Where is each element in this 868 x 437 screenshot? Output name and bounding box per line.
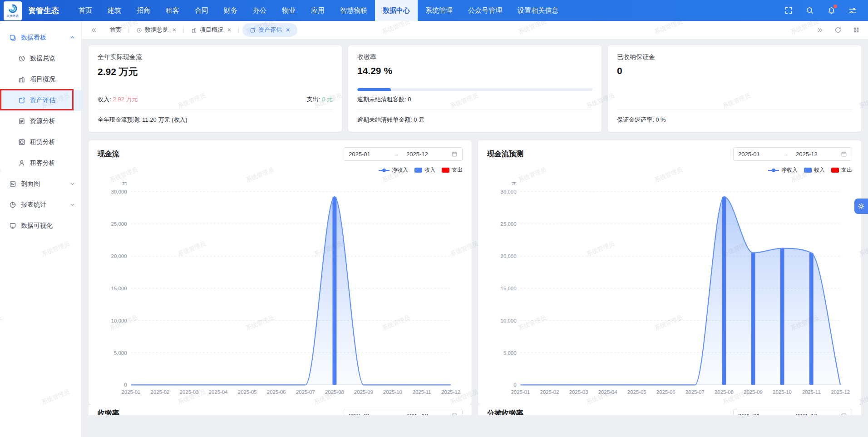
card-title: 收缴率 xyxy=(357,53,592,61)
stats-row: 全年实际现金流 2.92 万元 收入:2.92 万元 支出:0 元 全年现金流预… xyxy=(89,45,861,132)
nav-item-property[interactable]: 物业 xyxy=(274,0,303,21)
legend-label: 净收入 xyxy=(392,166,408,174)
tab-data-overview[interactable]: 数据总览 ✕ xyxy=(129,21,184,39)
sidebar-item-label: 数据看板 xyxy=(21,34,46,42)
date-range-picker[interactable]: 2025-01 → 2025-12 xyxy=(733,147,852,161)
svg-text:2025-02: 2025-02 xyxy=(540,389,559,395)
sidebar-group-section-view[interactable]: 剖面图 xyxy=(0,174,81,194)
nav-item-investment[interactable]: 招商 xyxy=(129,0,158,21)
svg-text:元: 元 xyxy=(122,180,127,186)
tab-label: 项目概况 xyxy=(200,26,223,34)
svg-text:2025-08: 2025-08 xyxy=(715,389,734,395)
svg-text:5,000: 5,000 xyxy=(503,350,517,355)
legend-net-income[interactable]: 净收入 xyxy=(768,166,798,174)
chevron-up-icon xyxy=(70,34,75,41)
arrow-right-icon: → xyxy=(394,151,404,157)
svg-text:10,000: 10,000 xyxy=(501,318,517,323)
sidebar-item-resource-analysis[interactable]: 资源分析 xyxy=(0,111,81,132)
nav-item-tenant[interactable]: 租客 xyxy=(158,0,187,21)
theme-settings-button[interactable] xyxy=(854,199,868,214)
tab-asset-evaluation[interactable]: 资产评估 ✕ xyxy=(242,23,297,37)
sidebar-group-data-dashboard[interactable]: 数据看板 xyxy=(0,27,81,48)
nav-item-office[interactable]: 办公 xyxy=(245,0,274,21)
nav-item-home[interactable]: 首页 xyxy=(71,0,100,21)
nav-item-smart-iot[interactable]: 智慧物联 xyxy=(332,0,375,21)
svg-text:2025-06: 2025-06 xyxy=(267,389,286,395)
overdue-tenants-line: 逾期未结清租客数: 0 xyxy=(357,95,592,104)
date-end: 2025-12 xyxy=(404,412,451,416)
legend-label: 支出 xyxy=(841,166,852,174)
legend-expense[interactable]: 支出 xyxy=(442,166,463,174)
navbar-actions xyxy=(784,6,868,15)
legend-label: 支出 xyxy=(452,166,463,174)
nav-item-finance[interactable]: 财务 xyxy=(216,0,245,21)
charts-row: 现金流 2025-01 → 2025-12 净收入 收入 xyxy=(89,140,861,404)
svg-text:0: 0 xyxy=(124,382,127,387)
nav-item-system-mgmt[interactable]: 系统管理 xyxy=(418,0,460,21)
dashboard-icon xyxy=(9,34,16,41)
sidebar-item-data-overview[interactable]: 数据总览 xyxy=(0,48,81,69)
app-logo[interactable]: 兴华雅通 xyxy=(4,1,22,20)
nav-item-building[interactable]: 建筑 xyxy=(100,0,129,21)
sidebar-item-data-visualization[interactable]: 数据可视化 xyxy=(0,215,81,236)
svg-text:25,000: 25,000 xyxy=(501,221,517,227)
tab-home[interactable]: 首页 xyxy=(103,21,129,39)
scroll-tabs-right-icon[interactable] xyxy=(815,25,824,35)
brand-title: 资管生态 xyxy=(28,5,59,16)
open-tabs: 首页 数据总览 ✕ 项目概况 ✕ 资产评估 ✕ xyxy=(103,21,815,39)
nav-item-official-account[interactable]: 公众号管理 xyxy=(460,0,510,21)
chart-title: 收缴率 xyxy=(98,409,119,415)
sidebar-item-tenant-analysis[interactable]: 租客分析 xyxy=(0,153,81,174)
nav-item-data-center[interactable]: 数据中心 xyxy=(375,0,418,21)
nav-item-settings-info[interactable]: 设置相关信息 xyxy=(510,0,566,21)
sidebar-group-report-stats[interactable]: 报表统计 xyxy=(0,194,81,215)
close-icon[interactable]: ✕ xyxy=(172,27,177,33)
chart-title: 现金流 xyxy=(98,149,119,159)
refresh-icon[interactable] xyxy=(833,25,843,35)
legend-income[interactable]: 收入 xyxy=(804,166,825,174)
building-icon xyxy=(191,27,197,33)
scroll-tabs-left-icon[interactable] xyxy=(89,25,98,35)
date-range-picker[interactable]: 2025-01 → 2025-12 xyxy=(344,147,463,161)
svg-text:2025-07: 2025-07 xyxy=(686,389,705,395)
chart-title: 现金流预测 xyxy=(487,149,523,159)
legend-expense-swatch xyxy=(831,168,839,173)
bell-icon[interactable] xyxy=(827,6,836,15)
card-value: 14.29 % xyxy=(357,65,592,76)
layout-grid-icon[interactable] xyxy=(852,25,861,35)
tab-project-overview[interactable]: 项目概况 ✕ xyxy=(184,21,239,39)
nav-item-contract[interactable]: 合同 xyxy=(187,0,216,21)
legend-expense[interactable]: 支出 xyxy=(831,166,852,174)
sidebar-item-project-overview[interactable]: 项目概况 xyxy=(0,69,81,90)
date-range-picker[interactable]: 2025-01 → 2025-12 xyxy=(733,409,852,415)
expense-kv: 支出:0 元 xyxy=(307,95,333,104)
sidebar-item-leasing-analysis[interactable]: 租赁分析 xyxy=(0,132,81,153)
sidebar-item-label: 报表统计 xyxy=(21,201,46,209)
calendar-icon xyxy=(451,151,458,157)
logo-swirl-icon xyxy=(8,4,18,14)
card-value: 0 xyxy=(617,65,852,76)
legend-income[interactable]: 收入 xyxy=(414,166,435,174)
date-range-picker[interactable]: 2025-01 → 2025-12 xyxy=(344,409,463,415)
tab-bar-controls xyxy=(815,25,861,35)
sidebar-item-asset-evaluation[interactable]: 资产评估 xyxy=(0,90,81,111)
svg-text:10,000: 10,000 xyxy=(111,318,127,323)
svg-text:2025-04: 2025-04 xyxy=(598,389,617,395)
date-start: 2025-01 xyxy=(738,412,783,416)
clock-pie-icon xyxy=(136,27,142,33)
search-icon[interactable] xyxy=(805,6,814,15)
card-footer: 保证金退还率: 0 % xyxy=(617,116,852,124)
card-value: 2.92 万元 xyxy=(98,65,333,78)
svg-text:2025-07: 2025-07 xyxy=(296,389,315,395)
fullscreen-icon[interactable] xyxy=(784,6,793,15)
close-icon[interactable]: ✕ xyxy=(227,27,232,33)
nav-item-apps[interactable]: 应用 xyxy=(303,0,332,21)
svg-text:2025-12: 2025-12 xyxy=(441,389,460,395)
legend-net-income[interactable]: 净收入 xyxy=(379,166,408,174)
svg-text:30,000: 30,000 xyxy=(111,189,127,194)
preferences-sliders-icon[interactable] xyxy=(848,6,857,15)
income-value: 2.92 万元 xyxy=(113,96,138,103)
svg-text:2025-12: 2025-12 xyxy=(831,389,850,395)
chart-legend: 净收入 收入 支出 xyxy=(487,166,852,174)
close-icon[interactable]: ✕ xyxy=(286,27,290,33)
